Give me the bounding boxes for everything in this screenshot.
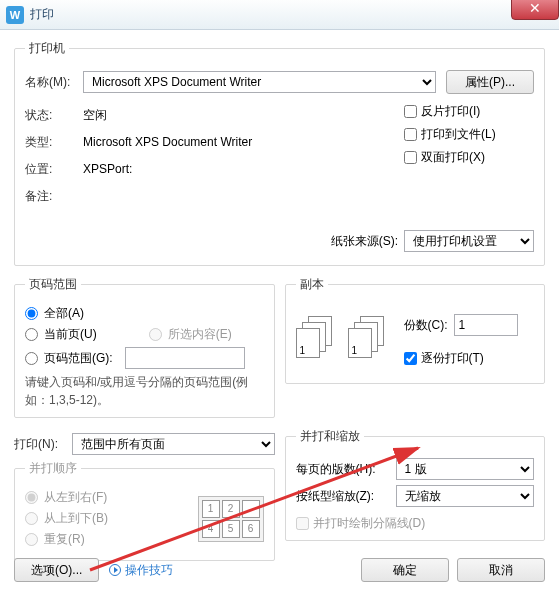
type-label: 类型:: [25, 134, 83, 151]
name-label: 名称(M):: [25, 74, 83, 91]
location-label: 位置:: [25, 161, 83, 178]
per-sheet-select[interactable]: 1 版: [396, 458, 535, 480]
scale-to-label: 按纸型缩放(Z):: [296, 488, 396, 505]
order-ltr-radio: 从左到右(F): [25, 489, 198, 506]
ok-button[interactable]: 确定: [361, 558, 449, 582]
location-value: XPSPort:: [83, 162, 132, 176]
comment-label: 备注:: [25, 188, 83, 205]
status-value: 空闲: [83, 107, 107, 124]
range-legend: 页码范围: [25, 276, 81, 293]
order-repeat-radio: 重复(R): [25, 531, 198, 548]
collate-preview-icon: 3 2 1: [296, 316, 334, 360]
draw-lines-checkbox: 并打时绘制分隔线(D): [296, 515, 535, 532]
printer-name-select[interactable]: Microsoft XPS Document Writer: [83, 71, 436, 93]
printer-group: 打印机 名称(M): Microsoft XPS Document Writer…: [14, 40, 545, 266]
type-value: Microsoft XPS Document Writer: [83, 135, 252, 149]
print-what-label: 打印(N):: [14, 436, 72, 453]
collate-preview-icon: 3 2 1: [348, 316, 386, 360]
copies-legend: 副本: [296, 276, 328, 293]
range-hint: 请键入页码和/或用逗号分隔的页码范围(例如：1,3,5-12)。: [25, 373, 264, 409]
range-pages-radio[interactable]: 页码范围(G):: [25, 347, 264, 369]
scale-group: 并打和缩放 每页的版数(H):1 版 按纸型缩放(Z):无缩放 并打时绘制分隔线…: [285, 428, 546, 541]
order-preview-icon: 12 456: [198, 496, 264, 542]
duplex-checkbox[interactable]: 双面打印(X): [404, 149, 534, 166]
order-legend: 并打顺序: [25, 460, 81, 477]
range-selection-radio: 所选内容(E): [149, 326, 232, 343]
print-what-select[interactable]: 范围中所有页面: [72, 433, 275, 455]
scale-legend: 并打和缩放: [296, 428, 364, 445]
paper-source-select[interactable]: 使用打印机设置: [404, 230, 534, 252]
copies-count-input[interactable]: [454, 314, 518, 336]
range-pages-input[interactable]: [125, 347, 245, 369]
reverse-print-checkbox[interactable]: 反片打印(I): [404, 103, 534, 120]
close-button[interactable]: ✕: [511, 0, 559, 20]
copies-group: 副本 3 2 1 3 2 1: [285, 276, 546, 384]
collate-checkbox[interactable]: 逐份打印(T): [404, 350, 518, 367]
range-group: 页码范围 全部(A) 当前页(U) 所选内容(E) 页码范围(G): 请键入页码…: [14, 276, 275, 418]
app-icon: W: [6, 6, 24, 24]
cancel-button[interactable]: 取消: [457, 558, 545, 582]
per-sheet-label: 每页的版数(H):: [296, 461, 396, 478]
order-group: 并打顺序 从左到右(F) 从上到下(B) 重复(R) 12 456: [14, 460, 275, 561]
scale-to-select[interactable]: 无缩放: [396, 485, 535, 507]
range-current-radio[interactable]: 当前页(U): [25, 326, 97, 343]
printer-legend: 打印机: [25, 40, 69, 57]
tips-link[interactable]: 操作技巧: [109, 562, 173, 579]
status-label: 状态:: [25, 107, 83, 124]
copies-count-label: 份数(C):: [404, 317, 448, 334]
print-to-file-checkbox[interactable]: 打印到文件(L): [404, 126, 534, 143]
range-all-radio[interactable]: 全部(A): [25, 305, 264, 322]
play-icon: [109, 564, 121, 576]
properties-button[interactable]: 属性(P)...: [446, 70, 534, 94]
window-title: 打印: [30, 6, 54, 23]
paper-source-label: 纸张来源(S):: [331, 233, 398, 250]
options-button[interactable]: 选项(O)...: [14, 558, 99, 582]
order-ttb-radio: 从上到下(B): [25, 510, 198, 527]
